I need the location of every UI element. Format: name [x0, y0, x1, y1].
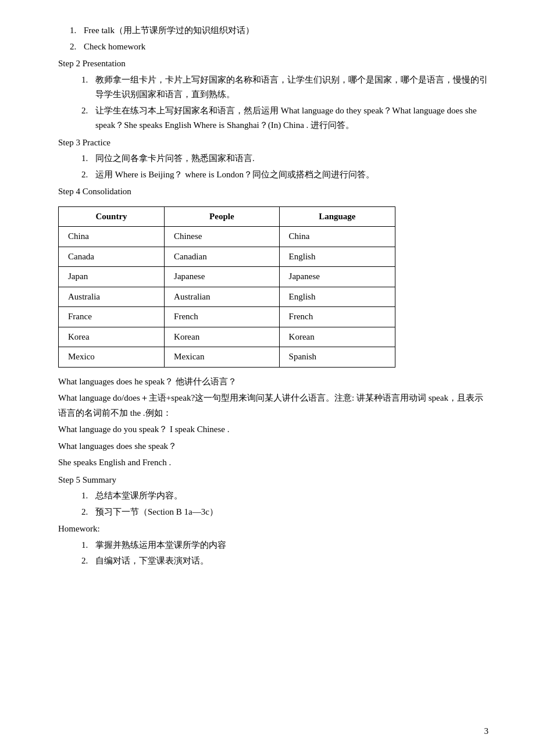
- table-cell: English: [279, 287, 395, 307]
- step3-section: Step 3 Practice 1. 同位之间各拿卡片问答，熟悉国家和语言. 2…: [58, 135, 488, 183]
- table-cell: Mexico: [59, 347, 165, 368]
- table-cell: Canada: [59, 247, 165, 267]
- table-cell: Mexican: [165, 347, 280, 368]
- step4-label: Step 4 Consolidation: [58, 184, 488, 199]
- col-people: People: [165, 206, 280, 227]
- grammar-line3: What language do you speak？ I speak Chin…: [58, 422, 488, 437]
- item-text: 自编对话，下堂课表演对话。: [95, 554, 488, 569]
- item-number: 2.: [81, 167, 95, 183]
- item-text: 教师拿一组卡片，卡片上写好国家的名称和语言，让学生们识别，哪个是国家，哪个是语言…: [95, 73, 488, 102]
- country-language-table: Country People Language ChinaChineseChin…: [58, 206, 395, 368]
- item-text: 同位之间各拿卡片问答，熟悉国家和语言.: [95, 151, 488, 166]
- table-cell: French: [165, 307, 280, 327]
- list-item: 2. 自编对话，下堂课表演对话。: [81, 554, 488, 569]
- table-row: FranceFrenchFrench: [59, 307, 395, 327]
- table-row: AustraliaAustralianEnglish: [59, 287, 395, 307]
- list-item: 2. 让学生在练习本上写好国家名和语言，然后运用 What language d…: [81, 104, 488, 133]
- list-item: 2. 运用 Where is Beijing？ where is London？…: [81, 167, 488, 183]
- table-cell: Japanese: [279, 267, 395, 287]
- item-text: 预习下一节（Section B 1a—3c）: [95, 505, 488, 520]
- step2-section: Step 2 Presentation 1. 教师拿一组卡片，卡片上写好国家的名…: [58, 56, 488, 133]
- table-cell: Korean: [165, 327, 280, 347]
- list-item: 1. 掌握并熟练运用本堂课所学的内容: [81, 538, 488, 553]
- table-row: JapanJapaneseJapanese: [59, 267, 395, 287]
- list-item: 2. Check homework: [58, 40, 488, 55]
- item-number: 2.: [81, 104, 95, 119]
- grammar-section: What languages does he speak？ 他讲什么语言？ Wh…: [58, 375, 488, 470]
- table-cell: Japan: [59, 267, 165, 287]
- page-content: 1. Free talk（用上节课所学过的知识组织对话） 2. Check ho…: [58, 23, 488, 569]
- list-item: 1. 总结本堂课所学内容。: [81, 488, 488, 504]
- item-number: 1.: [81, 538, 95, 553]
- table-cell: Japanese: [165, 267, 280, 287]
- table-cell: Australian: [165, 287, 280, 307]
- list-item: 1. Free talk（用上节课所学过的知识组织对话）: [58, 23, 488, 38]
- list-item: 1. 教师拿一组卡片，卡片上写好国家的名称和语言，让学生们识别，哪个是国家，哪个…: [81, 73, 488, 102]
- list-item: 1. 同位之间各拿卡片问答，熟悉国家和语言.: [81, 151, 488, 166]
- homework-label: Homework:: [58, 522, 488, 537]
- item-number: 2.: [81, 554, 95, 569]
- table-cell: France: [59, 307, 165, 327]
- table-cell: China: [279, 227, 395, 247]
- item-text: Check homework: [84, 40, 488, 55]
- grammar-line5: She speaks English and French .: [58, 455, 488, 470]
- list-item: 2. 预习下一节（Section B 1a—3c）: [81, 505, 488, 520]
- item-text: 总结本堂课所学内容。: [95, 488, 488, 504]
- table-row: CanadaCanadianEnglish: [59, 247, 395, 267]
- col-country: Country: [59, 206, 165, 227]
- item-text: Free talk（用上节课所学过的知识组织对话）: [84, 23, 488, 38]
- homework-section: Homework: 1. 掌握并熟练运用本堂课所学的内容 2. 自编对话，下堂课…: [58, 522, 488, 569]
- item-number: 2.: [81, 505, 95, 520]
- table-row: KoreaKoreanKorean: [59, 327, 395, 347]
- item-number: 2.: [70, 40, 84, 55]
- table-cell: Spanish: [279, 347, 395, 368]
- item-number: 1.: [70, 23, 84, 38]
- table-cell: China: [59, 227, 165, 247]
- table-header-row: Country People Language: [59, 206, 395, 227]
- step5-section: Step 5 Summary 1. 总结本堂课所学内容。 2. 预习下一节（Se…: [58, 473, 488, 520]
- table-cell: Korean: [279, 327, 395, 347]
- table-cell: English: [279, 247, 395, 267]
- table-row: MexicoMexicanSpanish: [59, 347, 395, 368]
- col-language: Language: [279, 206, 395, 227]
- item-text: 运用 Where is Beijing？ where is London？同位之…: [95, 167, 488, 183]
- grammar-line2: What language do/does＋主语+speak?这一句型用来询问某…: [58, 391, 488, 420]
- homework-list: 1. 掌握并熟练运用本堂课所学的内容 2. 自编对话，下堂课表演对话。: [81, 538, 488, 569]
- table-cell: Chinese: [165, 227, 280, 247]
- item-number: 1.: [81, 73, 95, 88]
- table-cell: Canadian: [165, 247, 280, 267]
- item-text: 让学生在练习本上写好国家名和语言，然后运用 What language do t…: [95, 104, 488, 133]
- step1-list: 1. Free talk（用上节课所学过的知识组织对话） 2. Check ho…: [58, 23, 488, 54]
- page-number: 3: [484, 724, 489, 739]
- grammar-line4: What languages does she speak？: [58, 439, 488, 454]
- step4-section: Step 4 Consolidation Country People Lang…: [58, 184, 488, 368]
- item-number: 1.: [81, 488, 95, 504]
- step3-list: 1. 同位之间各拿卡片问答，熟悉国家和语言. 2. 运用 Where is Be…: [81, 151, 488, 182]
- item-text: 掌握并熟练运用本堂课所学的内容: [95, 538, 488, 553]
- table-row: ChinaChineseChina: [59, 227, 395, 247]
- item-number: 1.: [81, 151, 95, 166]
- table-cell: Korea: [59, 327, 165, 347]
- step3-label: Step 3 Practice: [58, 135, 488, 151]
- table-cell: Australia: [59, 287, 165, 307]
- grammar-line1: What languages does he speak？ 他讲什么语言？: [58, 375, 488, 390]
- step2-list: 1. 教师拿一组卡片，卡片上写好国家的名称和语言，让学生们识别，哪个是国家，哪个…: [81, 73, 488, 133]
- step5-label: Step 5 Summary: [58, 473, 488, 488]
- step5-list: 1. 总结本堂课所学内容。 2. 预习下一节（Section B 1a—3c）: [81, 488, 488, 519]
- table-cell: French: [279, 307, 395, 327]
- step2-label: Step 2 Presentation: [58, 56, 488, 72]
